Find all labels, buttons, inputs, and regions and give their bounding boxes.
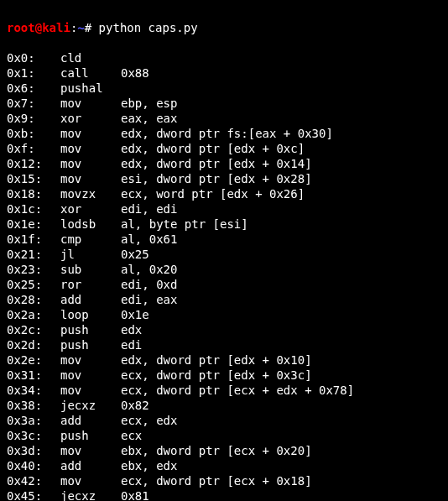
asm-operands: ebp, esp (121, 96, 177, 111)
asm-line: 0x18:movzxecx, word ptr [edx + 0x26] (7, 186, 441, 201)
asm-operands: eax, eax (121, 111, 177, 126)
asm-mnemonic: cld (60, 50, 121, 65)
asm-address: 0x15: (7, 171, 60, 186)
asm-mnemonic: jecxz (60, 488, 121, 501)
asm-line: 0x1f:cmpal, 0x61 (7, 232, 441, 247)
asm-mnemonic: mov (60, 473, 121, 488)
asm-address: 0x6: (7, 81, 60, 96)
terminal[interactable]: root@kali:~# python caps.py 0x0:cld0x1:c… (0, 0, 448, 501)
asm-operands: edi (121, 337, 142, 352)
asm-operands: esi, dword ptr [edx + 0x28] (121, 171, 312, 186)
asm-operands: edx (121, 322, 142, 337)
asm-operands: edi, 0xd (121, 277, 177, 292)
asm-line: 0x28:addedi, eax (7, 292, 441, 307)
asm-operands: ebx, dword ptr [ecx + 0x20] (121, 443, 312, 458)
asm-address: 0x42: (7, 473, 60, 488)
prompt-at: @ (35, 21, 42, 34)
asm-operands: 0x1e (121, 307, 149, 322)
asm-address: 0x34: (7, 383, 60, 398)
asm-operands: ecx, dword ptr [ecx + edx + 0x78] (121, 383, 354, 398)
asm-line: 0x2a:loop0x1e (7, 307, 441, 322)
asm-operands: edi, edi (121, 201, 177, 217)
asm-mnemonic: sub (60, 262, 121, 277)
asm-address: 0x2d: (7, 337, 60, 352)
asm-mnemonic: mov (60, 368, 121, 383)
asm-address: 0x45: (7, 488, 60, 501)
asm-address: 0x3a: (7, 413, 60, 428)
command-text: python caps.py (99, 21, 198, 34)
asm-mnemonic: mov (60, 352, 121, 368)
asm-mnemonic: xor (60, 201, 121, 217)
asm-line: 0x7:movebp, esp (7, 96, 441, 111)
asm-line: 0x15:movesi, dword ptr [edx + 0x28] (7, 171, 441, 186)
asm-line: 0x25:roredi, 0xd (7, 277, 441, 292)
asm-line: 0x2e:movedx, dword ptr [edx + 0x10] (7, 352, 441, 368)
asm-line: 0x34:movecx, dword ptr [ecx + edx + 0x78… (7, 383, 441, 398)
asm-mnemonic: mov (60, 171, 121, 186)
asm-address: 0x31: (7, 368, 60, 383)
prompt-line: root@kali:~# python caps.py (7, 20, 441, 35)
asm-mnemonic: push (60, 322, 121, 337)
asm-line: 0x2c:pushedx (7, 322, 441, 337)
asm-line: 0x6:pushal (7, 81, 441, 96)
asm-mnemonic: loop (60, 307, 121, 322)
asm-line: 0x1c:xoredi, edi (7, 201, 441, 217)
asm-mnemonic: mov (60, 383, 121, 398)
asm-line: 0x3c:pushecx (7, 428, 441, 443)
asm-mnemonic: mov (60, 141, 121, 156)
asm-line: 0x9:xoreax, eax (7, 111, 441, 126)
asm-address: 0xb: (7, 126, 60, 141)
asm-mnemonic: mov (60, 126, 121, 141)
asm-operands: edi, eax (121, 292, 177, 307)
asm-line: 0x40:addebx, edx (7, 458, 441, 473)
asm-line: 0x3a:addecx, edx (7, 413, 441, 428)
asm-mnemonic: add (60, 292, 121, 307)
asm-mnemonic: mov (60, 443, 121, 458)
asm-address: 0x7: (7, 96, 60, 111)
asm-mnemonic: mov (60, 156, 121, 171)
asm-mnemonic: push (60, 428, 121, 443)
asm-mnemonic: add (60, 458, 121, 473)
asm-address: 0x12: (7, 156, 60, 171)
asm-operands: 0x82 (121, 398, 149, 413)
asm-address: 0x23: (7, 262, 60, 277)
asm-operands: edx, dword ptr [edx + 0xc] (121, 141, 305, 156)
prompt-user: root (7, 21, 35, 34)
asm-line: 0x2d:pushedi (7, 337, 441, 352)
asm-address: 0x1e: (7, 217, 60, 232)
asm-address: 0x28: (7, 292, 60, 307)
asm-operands: ecx, word ptr [edx + 0x26] (121, 186, 305, 201)
asm-mnemonic: jecxz (60, 398, 121, 413)
asm-address: 0x1f: (7, 232, 60, 247)
asm-operands: edx, dword ptr fs:[eax + 0x30] (121, 126, 333, 141)
asm-mnemonic: jl (60, 247, 121, 262)
asm-address: 0x1c: (7, 201, 60, 217)
asm-operands: 0x25 (121, 247, 149, 262)
asm-address: 0x38: (7, 398, 60, 413)
asm-line: 0x1:call0x88 (7, 65, 441, 81)
asm-address: 0x3c: (7, 428, 60, 443)
disassembly-output: 0x0:cld0x1:call0x880x6:pushal0x7:movebp,… (7, 50, 441, 501)
asm-operands: ecx, dword ptr [ecx + 0x18] (121, 473, 312, 488)
asm-line: 0xb:movedx, dword ptr fs:[eax + 0x30] (7, 126, 441, 141)
asm-line: 0xf:movedx, dword ptr [edx + 0xc] (7, 141, 441, 156)
asm-line: 0x31:movecx, dword ptr [edx + 0x3c] (7, 368, 441, 383)
asm-operands: 0x88 (121, 65, 149, 81)
asm-operands: ebx, edx (121, 458, 177, 473)
asm-line: 0x38:jecxz0x82 (7, 398, 441, 413)
asm-operands: edx, dword ptr [edx + 0x14] (121, 156, 312, 171)
asm-line: 0x21:jl0x25 (7, 247, 441, 262)
asm-line: 0x0:cld (7, 50, 441, 65)
asm-address: 0x40: (7, 458, 60, 473)
asm-line: 0x12:movedx, dword ptr [edx + 0x14] (7, 156, 441, 171)
asm-operands: ecx, edx (121, 413, 177, 428)
asm-operands: ecx, dword ptr [edx + 0x3c] (121, 368, 312, 383)
asm-operands: al, 0x20 (121, 262, 177, 277)
asm-operands: ecx (121, 428, 142, 443)
asm-address: 0x21: (7, 247, 60, 262)
asm-mnemonic: lodsb (60, 217, 121, 232)
asm-line: 0x3d:movebx, dword ptr [ecx + 0x20] (7, 443, 441, 458)
asm-address: 0x1: (7, 65, 60, 81)
asm-operands: al, 0x61 (121, 232, 177, 247)
asm-address: 0x2c: (7, 322, 60, 337)
